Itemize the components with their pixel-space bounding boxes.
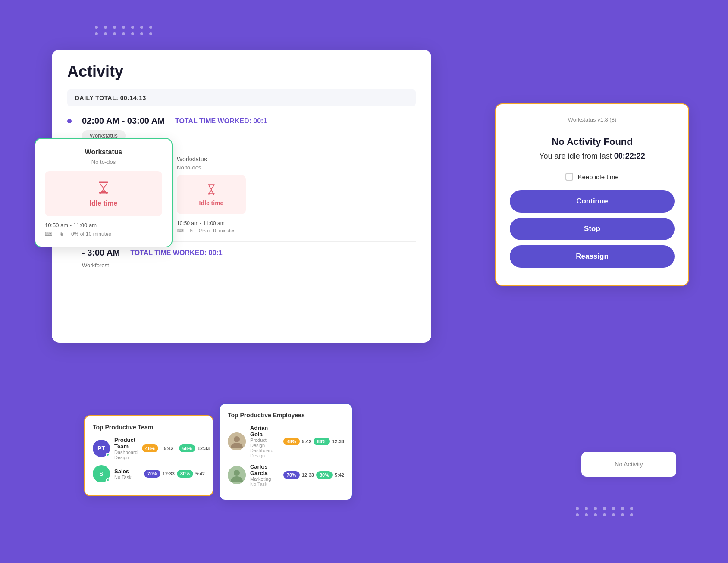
emp-task-1: No Task bbox=[250, 482, 279, 487]
team-name-1: Sales bbox=[114, 468, 140, 475]
ws-time-range: 10:50 am - 11:00 am bbox=[45, 222, 162, 228]
badge-0-2: 68% bbox=[179, 444, 195, 452]
ws-idle-percent: 0% of 10 minutes bbox=[71, 231, 111, 237]
time-range-1: 02:00 AM - 03:00 AM bbox=[82, 116, 165, 126]
emp-role-1: Marketing bbox=[250, 476, 279, 482]
emp-badge-1-2: 80% bbox=[316, 471, 333, 479]
no-todos-mid: No to-dos bbox=[177, 164, 246, 171]
team-task-0: Dashboard Design bbox=[114, 450, 138, 460]
team-info-0: Product Team Dashboard Design bbox=[114, 437, 138, 460]
emp-role-0: Product Design bbox=[250, 438, 279, 448]
emp-badges-0: 48% 5:42 86% 12:33 bbox=[283, 438, 344, 445]
popup-version: Workstatus v1.8 (8) bbox=[510, 116, 675, 129]
keep-idle-row: Keep idle time bbox=[510, 173, 675, 181]
ws-hourglass-icon bbox=[96, 180, 111, 197]
badge-1-2: 80% bbox=[177, 470, 193, 478]
team-info-1: Sales No Task bbox=[114, 468, 140, 480]
dots-bottom-decoration bbox=[576, 507, 633, 520]
popup-title: No Activity Found bbox=[510, 136, 675, 147]
keep-idle-checkbox[interactable] bbox=[565, 173, 573, 181]
emp-time-1-2: 5:42 bbox=[335, 472, 344, 478]
page-title: Activity bbox=[67, 63, 416, 81]
team-task-1: No Task bbox=[114, 475, 140, 480]
badges-row-1: 70% 12:33 80% 5:42 bbox=[144, 470, 205, 478]
avatar-dot-0 bbox=[106, 453, 110, 457]
emp-badge-0-1: 48% bbox=[283, 438, 300, 445]
keep-idle-label: Keep idle time bbox=[577, 173, 618, 181]
svg-point-3 bbox=[234, 436, 240, 442]
badge-time-0-2: 12:33 bbox=[198, 446, 210, 451]
ws-idle-box: Idle time bbox=[45, 171, 162, 216]
avatar-dot-1 bbox=[106, 478, 110, 482]
badge-1-1: 70% bbox=[144, 470, 160, 478]
team-avatar-1: S bbox=[93, 465, 110, 482]
emp-avatar-1 bbox=[228, 466, 246, 484]
emp-badge-1-1: 70% bbox=[283, 471, 300, 479]
badge-time-1-1: 12:33 bbox=[163, 471, 175, 476]
emp-name-1: Carlos Garcia bbox=[250, 463, 279, 476]
idle-time-label-mid: Idle time bbox=[199, 200, 224, 206]
no-activity-text: No Activity bbox=[615, 461, 643, 468]
emp-task-0: Dashboard Design bbox=[250, 448, 279, 458]
team-row-0: PT Product Team Dashboard Design 48% 5:4… bbox=[93, 437, 205, 460]
emp-name-0: Adrian Goia bbox=[250, 425, 279, 438]
ws-idle-label: Idle time bbox=[90, 200, 118, 207]
ws-no-todos: No to-dos bbox=[45, 159, 162, 165]
emp-time-1-1: 12:33 bbox=[302, 472, 314, 478]
time-dot bbox=[67, 119, 72, 123]
hourglass-icon-mid bbox=[205, 183, 217, 198]
idle-range-mid: 10:50 am - 11:00 am bbox=[177, 220, 246, 226]
time-range-row-2: - 3:00 AM TOTAL TIME WORKED: 00:1 bbox=[67, 248, 416, 258]
emp-row-0: Adrian Goia Product Design Dashboard Des… bbox=[228, 425, 344, 458]
emp-avatar-0 bbox=[228, 432, 246, 450]
time-block-2: - 3:00 AM TOTAL TIME WORKED: 00:1 Workfo… bbox=[67, 248, 416, 269]
team-name-0: Product Team bbox=[114, 437, 138, 450]
badge-time-1-2: 5:42 bbox=[195, 471, 205, 476]
workstatus-popup: Workstatus v1.8 (8) No Activity Found Yo… bbox=[495, 103, 689, 286]
mouse-icon-mid: 🖱 bbox=[189, 228, 194, 234]
reassign-button[interactable]: Reassign bbox=[510, 245, 675, 268]
workforest-label: Workforest bbox=[82, 262, 416, 269]
total-time-worked-1: TOTAL TIME WORKED: 00:1 bbox=[175, 117, 267, 125]
badges-row-0: 48% 5:42 68% 12:33 bbox=[142, 444, 210, 452]
workstatus-widget: Workstatus No to-dos Idle time 10:50 am … bbox=[35, 138, 173, 247]
ws-mouse-icon: 🖱 bbox=[59, 231, 64, 237]
ws-stats: ⌨ 🖱 0% of 10 minutes bbox=[45, 231, 162, 237]
team-avatar-0: PT bbox=[93, 440, 110, 457]
popup-idle-time: 00:22:22 bbox=[614, 152, 645, 160]
employees-card-title: Top Productive Employees bbox=[228, 412, 344, 419]
badge-0-1: 48% bbox=[142, 444, 158, 452]
popup-idle-text: You are idle from last 00:22:22 bbox=[510, 152, 675, 161]
time-range-row-1: 02:00 AM - 03:00 AM TOTAL TIME WORKED: 0… bbox=[67, 116, 416, 126]
emp-badges-1: 70% 12:33 80% 5:42 bbox=[283, 471, 344, 479]
svg-point-5 bbox=[234, 470, 240, 476]
badge-time-0-1: 5:42 bbox=[160, 444, 177, 452]
stop-button[interactable]: Stop bbox=[510, 218, 675, 240]
employees-card: Top Productive Employees Adrian Goia Pro… bbox=[219, 403, 353, 500]
emp-info-0: Adrian Goia Product Design Dashboard Des… bbox=[250, 425, 279, 458]
time-range-2: - 3:00 AM bbox=[82, 248, 120, 258]
idle-time-inline-mid: Idle time bbox=[177, 175, 246, 214]
no-activity-card: No Activity bbox=[581, 452, 676, 477]
emp-time-0-2: 12:33 bbox=[332, 439, 344, 444]
emp-badge-0-2: 86% bbox=[314, 438, 330, 445]
continue-button[interactable]: Continue bbox=[510, 190, 675, 213]
dots-top-decoration bbox=[95, 26, 152, 39]
keyboard-icon-mid: ⌨ bbox=[177, 228, 184, 234]
ws-keyboard-icon: ⌨ bbox=[45, 231, 52, 237]
emp-time-0-1: 5:42 bbox=[302, 439, 311, 444]
team-row-1: S Sales No Task 70% 12:33 80% 5:42 bbox=[93, 465, 205, 482]
daily-total-bar: DAILY TOTAL: 00:14:13 bbox=[67, 89, 416, 106]
team-card: Top Productive Team PT Product Team Dash… bbox=[84, 415, 213, 496]
total-time-worked-2: TOTAL TIME WORKED: 00:1 bbox=[130, 249, 222, 257]
daily-total-label: DAILY TOTAL: 00:14:13 bbox=[75, 94, 146, 101]
team-card-title: Top Productive Team bbox=[93, 424, 205, 431]
emp-row-1: Carlos Garcia Marketing No Task 70% 12:3… bbox=[228, 463, 344, 487]
emp-info-1: Carlos Garcia Marketing No Task bbox=[250, 463, 279, 487]
workstatus-label-mid: Workstatus bbox=[177, 156, 246, 163]
ws-title: Workstatus bbox=[45, 148, 162, 156]
